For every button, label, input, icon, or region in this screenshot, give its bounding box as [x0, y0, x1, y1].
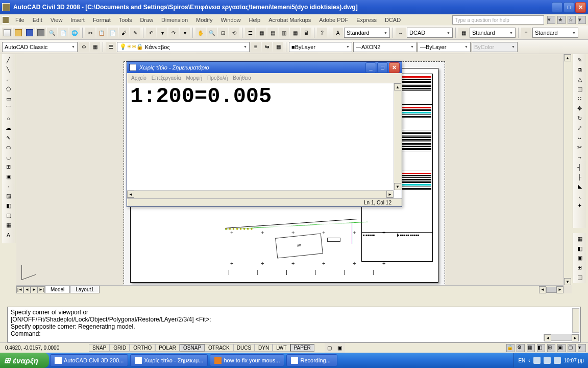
workspace-dropdown[interactable]: AutoCAD Classic	[2, 42, 78, 52]
spline-icon[interactable]: ∿	[3, 133, 14, 143]
task-notepad[interactable]: Χωρίς τίτλο - Σημειωμ...	[130, 354, 208, 366]
quickcalc-icon[interactable]: 🖩	[301, 28, 311, 38]
help-search[interactable]: Type a question for help	[452, 15, 544, 25]
linetype-dropdown[interactable]: — AXON2	[353, 42, 416, 52]
ws-toolbar-icon[interactable]: ▦	[90, 42, 100, 52]
status-tray2-icon[interactable]: ◧	[537, 344, 545, 352]
command-window[interactable]: Specify corner of viewport or [ON/OFF/Fi…	[7, 307, 581, 342]
copy-icon[interactable]: 📋	[96, 28, 107, 38]
copy-obj-icon[interactable]: ⧉	[574, 65, 585, 75]
revcloud-icon[interactable]: ☁	[3, 123, 14, 133]
tool4-icon[interactable]: ⊞	[574, 263, 585, 272]
status-maximize-vp-icon[interactable]: ▣	[335, 343, 345, 353]
table-icon[interactable]: ▦	[3, 220, 14, 230]
rectangle-icon[interactable]: ▭	[3, 94, 14, 104]
stretch-icon[interactable]: ↔	[574, 133, 585, 143]
task-autocad[interactable]: AutoCAD Civil 3D 200...	[50, 354, 128, 366]
trim-icon[interactable]: ✂	[574, 143, 585, 152]
coordinates[interactable]: 0.4620, -0.0157, 0.0000	[2, 345, 79, 351]
rotate-icon[interactable]: ↻	[574, 113, 585, 123]
markup-icon[interactable]: ▦	[290, 28, 300, 38]
notepad-close-button[interactable]: ✕	[389, 62, 400, 73]
mlstyle-dropdown[interactable]: Standard	[532, 28, 578, 38]
dimstyle-dropdown[interactable]: DCAD	[407, 28, 453, 38]
lang-indicator[interactable]: EN	[518, 358, 525, 363]
notepad-menu-file[interactable]: Αρχείο	[131, 75, 146, 81]
notepad-minimize-button[interactable]: _	[365, 62, 376, 73]
task-recording[interactable]: Recording...	[286, 354, 337, 366]
menu-edit[interactable]: Edit	[29, 16, 46, 24]
preview-icon[interactable]: 🔍	[47, 28, 57, 38]
status-modelspace-icon[interactable]: ▢	[325, 343, 335, 353]
clock[interactable]: 10:07 μμ	[564, 358, 584, 363]
tray-icon-3[interactable]	[554, 357, 561, 364]
menu-modify[interactable]: Modify	[192, 16, 216, 24]
notepad-menu-format[interactable]: Μορφή	[186, 75, 202, 81]
ellipsearc-icon[interactable]: ◡	[3, 152, 14, 162]
np-scroll-left-icon[interactable]: ◄	[127, 191, 134, 198]
menu-file[interactable]: File	[11, 16, 29, 24]
layer-manager-icon[interactable]: ☰	[106, 42, 116, 52]
tab-prev-icon[interactable]: ◄	[23, 286, 31, 293]
hscroll-thumb[interactable]	[546, 287, 556, 293]
status-ortho[interactable]: ORTHO	[130, 344, 155, 352]
notepad-textarea[interactable]: 1:200=0.005	[127, 83, 394, 190]
zoom-win-icon[interactable]: ⊡	[218, 28, 228, 38]
hscroll-left-icon[interactable]: ◄	[539, 286, 546, 293]
np-scroll-down-icon[interactable]: ▼	[394, 183, 401, 190]
scroll-down-icon[interactable]: ▼	[564, 278, 571, 285]
menu-toggle-icon[interactable]: ▾	[578, 16, 586, 24]
point-icon[interactable]: ·	[3, 181, 14, 191]
textstyle-dropdown[interactable]: Standard	[344, 28, 390, 38]
notepad-maximize-button[interactable]: □	[377, 62, 388, 73]
hscroll-right-icon[interactable]: ►	[556, 286, 564, 293]
color-dropdown[interactable]: ■ ByLayer	[289, 42, 352, 52]
polygon-icon[interactable]: ⬠	[3, 84, 14, 94]
task-firefox[interactable]: how to fix your mous...	[210, 354, 284, 366]
status-grid[interactable]: GRID	[110, 344, 130, 352]
status-otrack[interactable]: OTRACK	[205, 344, 233, 352]
sheetset-icon[interactable]: ▥	[279, 28, 289, 38]
undo-icon[interactable]: ↶	[146, 28, 156, 38]
menu-draw[interactable]: Draw	[136, 16, 157, 24]
notepad-menu-view[interactable]: Προβολή	[207, 75, 228, 81]
properties-icon[interactable]: ☰	[245, 28, 255, 38]
circle-icon[interactable]: ○	[3, 113, 14, 123]
line-icon[interactable]: ╱	[3, 55, 14, 65]
cmd-scroll-right-icon[interactable]: ►	[572, 334, 579, 341]
status-dyn[interactable]: DYN	[255, 344, 273, 352]
save-icon[interactable]	[24, 28, 35, 38]
tray-chevron-icon[interactable]: ‹	[528, 358, 530, 363]
dimstyle-icon[interactable]: ↔	[396, 28, 406, 38]
cmd-vscroll[interactable]	[572, 308, 579, 333]
pline-icon[interactable]: ⌐	[3, 75, 14, 84]
minimize-button[interactable]: _	[552, 2, 562, 13]
help-dropdown-icon[interactable]: ▾	[547, 16, 555, 24]
close-button[interactable]: ✕	[575, 2, 586, 13]
mirror-icon[interactable]: △	[574, 75, 585, 84]
offset-icon[interactable]: ◫	[574, 84, 585, 94]
cmd-scroll-left-icon[interactable]: ◄	[544, 334, 551, 341]
paste-icon[interactable]: 📄	[108, 28, 118, 38]
status-polar[interactable]: POLAR	[155, 344, 180, 352]
fillet-icon[interactable]: ◟	[574, 191, 585, 201]
status-annotation-icon[interactable]: ⚙	[517, 344, 525, 352]
scale-icon[interactable]: ⤢	[574, 123, 585, 133]
status-lock-icon[interactable]: 🔒	[506, 344, 514, 352]
star-icon[interactable]: ☆	[568, 16, 576, 24]
menu-acrobat[interactable]: Acrobat Markups	[264, 16, 315, 24]
plot-icon[interactable]	[36, 28, 46, 38]
maximize-button[interactable]: □	[564, 2, 574, 13]
menu-dimension[interactable]: Dimension	[157, 16, 192, 24]
menu-adobepdf[interactable]: Adobe PDF	[315, 16, 352, 24]
tab-layout1[interactable]: Layout1	[70, 286, 100, 293]
status-cleanscreen-icon[interactable]: ▢	[568, 344, 576, 352]
status-paper[interactable]: PAPER	[290, 344, 314, 352]
np-scroll-up-icon[interactable]: ▲	[394, 83, 401, 90]
ellipse-icon[interactable]: ⬭	[3, 143, 14, 152]
vscrollbar[interactable]: ▲ ▼	[564, 54, 572, 285]
lineweight-dropdown[interactable]: — ByLayer	[418, 42, 471, 52]
region-icon[interactable]: ▢	[3, 211, 14, 220]
match-icon[interactable]: 🖌	[119, 28, 129, 38]
new-icon[interactable]	[2, 28, 12, 38]
